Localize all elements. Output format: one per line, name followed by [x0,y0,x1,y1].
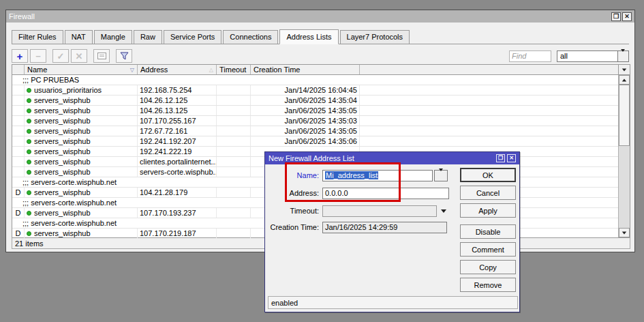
table-row[interactable]: servers_wisphub192.241.192.207Jan/06/202… [12,136,618,147]
column-creation-time[interactable]: Creation Time [251,65,360,74]
filter-scope-value: all [557,52,617,60]
name-input[interactable]: Mi_address_list [322,170,433,181]
name-cell: servers_wisphub [25,126,138,136]
scroll-up-button[interactable] [619,75,630,85]
tab-mangle[interactable]: Mangle [94,30,132,44]
maximize-icon[interactable]: ❒ [611,12,621,21]
column-address[interactable]: Address△ [138,65,217,74]
enabled-dot-icon [27,88,31,93]
column-timeout[interactable]: Timeout [217,65,251,74]
filler-cell [360,85,618,95]
enabled-status: enabled [271,299,298,307]
address-cell: 107.170.255.167 [138,116,217,126]
find-input[interactable] [509,50,551,62]
timeout-input[interactable] [322,205,437,217]
flag-cell [12,136,25,146]
timeout-cell [217,229,251,238]
tab-raw[interactable]: Raw [134,30,162,44]
table-header: Name▽ Address△ Timeout Creation Time [12,65,630,75]
name-field-row: Name: Mi_address_list [266,169,448,181]
enabled-dot-icon [27,108,31,113]
filter-button[interactable] [116,49,132,63]
comment-button[interactable]: Comment [460,242,516,257]
dropdown-button[interactable] [617,51,628,61]
name-cell: servers_wisphub [25,116,138,126]
flag-cell [12,116,25,126]
new-firewall-address-list-dialog: New Firewall Address List ❒ ✕ Name: Mi_a… [264,151,520,312]
creation-time-cell: Jan/06/2025 14:35:06 [251,136,360,146]
dialog-title: New Firewall Address List [269,154,494,162]
creation-time-cell: Jan/06/2025 14:35:05 [251,106,360,115]
scroll-down-button[interactable] [619,228,630,237]
remove-button[interactable]: Remove [460,278,516,292]
name-cell: servers_wisphub [25,167,138,177]
table-row[interactable]: servers_wisphub104.26.13.125Jan/06/2025 … [12,106,618,116]
tab-layer7-protocols[interactable]: Layer7 Protocols [340,30,410,44]
tab-nat[interactable]: NAT [65,30,93,44]
filler-cell [360,116,618,126]
flag-cell [12,126,25,136]
enabled-dot-icon [27,231,31,236]
window-titlebar[interactable]: Firewall ❒ ✕ [6,10,634,23]
maximize-icon[interactable]: ❒ [496,154,505,162]
scrollbar-thumb[interactable] [619,85,630,146]
sort-desc-icon: ▽ [127,67,134,73]
close-icon[interactable]: ✕ [507,154,516,162]
tab-filter-rules[interactable]: Filter Rules [12,30,63,44]
timeout-dropdown-icon[interactable] [441,209,446,213]
combo-arrow-icon [439,171,444,179]
ok-button[interactable]: OK [460,168,516,182]
address-input[interactable]: 0.0.0.0 [322,188,449,199]
cross-icon: ✕ [76,52,83,61]
minus-icon: − [35,52,41,61]
creation-time-cell: Jan/06/2025 14:35:05 [251,126,360,136]
filter-scope-select[interactable]: all [557,50,629,62]
disable-button[interactable]: Disable [460,224,516,239]
flag-cell [12,147,25,156]
vertical-scrollbar[interactable] [618,75,630,237]
close-icon[interactable]: ✕ [622,12,632,21]
apply-button[interactable]: Apply [460,203,516,218]
flag-cell: D [12,188,25,197]
enabled-dot-icon [27,160,31,164]
timeout-cell [217,167,251,177]
cancel-button[interactable]: Cancel [460,186,516,200]
table-row[interactable]: servers_wisphub104.26.12.125Jan/06/2025 … [12,96,618,106]
column-name[interactable]: Name▽ [25,65,138,74]
name-history-button[interactable] [434,170,448,181]
remove-button[interactable]: − [30,49,46,63]
table-row[interactable]: servers_wisphub172.67.72.161Jan/06/2025 … [12,126,618,136]
enabled-dot-icon [27,129,31,134]
enable-button[interactable]: ✓ [52,49,69,63]
dialog-titlebar[interactable]: New Firewall Address List ❒ ✕ [265,152,519,164]
timeout-cell [217,208,251,218]
timeout-cell [217,126,251,136]
table-row[interactable]: servers_wisphub107.170.255.167Jan/06/202… [12,116,618,126]
table-row[interactable]: ;;; PC PRUEBAS [12,75,618,85]
name-cell: servers_wisphub [25,188,138,197]
creation-time-field-row: Creation Time: Jan/16/2025 14:29:59 [266,221,447,233]
flag-cell [12,157,25,166]
window-title: Firewall [9,12,610,20]
tab-connections[interactable]: Connections [223,30,278,44]
copy-button[interactable]: Copy [460,260,516,274]
column-flags[interactable] [12,65,25,74]
timeout-cell [217,147,251,156]
address-cell: 192.168.75.254 [138,85,217,95]
check-icon: ✓ [57,52,65,61]
timeout-field-row: Timeout: [266,205,446,217]
tab-address-lists[interactable]: Address Lists [279,29,338,44]
enabled-dot-icon [27,119,31,123]
table-row[interactable]: usuarios_prioritarios192.168.75.254Jan/1… [12,85,618,96]
disable-button[interactable]: ✕ [71,49,87,63]
enabled-dot-icon [27,149,31,154]
name-cell: servers_wisphub [25,106,138,115]
add-button[interactable]: + [12,49,28,63]
column-options-button[interactable] [618,65,630,75]
chevron-down-icon [622,68,626,71]
combo-arrow-icon [621,52,626,60]
comment-button[interactable] [93,49,110,63]
address-cell: 192.241.192.207 [138,136,217,146]
tab-service-ports[interactable]: Service Ports [164,30,221,44]
timeout-label: Timeout: [266,207,322,215]
